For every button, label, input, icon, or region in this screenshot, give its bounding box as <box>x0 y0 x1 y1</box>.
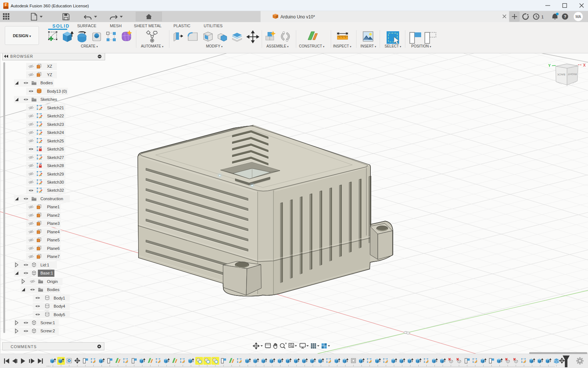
svg-text:Sketch28: Sketch28 <box>47 163 64 168</box>
svg-text:Origin: Origin <box>47 279 58 284</box>
svg-text:Body4: Body4 <box>54 304 65 308</box>
svg-text:Sketch24: Sketch24 <box>47 130 64 135</box>
svg-text:RIGHT: RIGHT <box>567 72 577 76</box>
svg-text:YZ: YZ <box>47 72 52 77</box>
svg-text:Plane7: Plane7 <box>47 254 60 259</box>
svg-text:Bodies: Bodies <box>40 81 53 85</box>
svg-text:BACK: BACK <box>557 73 565 76</box>
svg-text:Sketch30: Sketch30 <box>47 180 64 184</box>
svg-text:Plane1: Plane1 <box>47 205 60 209</box>
svg-text:Base:1: Base:1 <box>40 271 53 275</box>
svg-text:Plane5: Plane5 <box>47 238 60 242</box>
svg-text:Construction: Construction <box>40 197 63 201</box>
svg-text:Screw:1: Screw:1 <box>40 321 55 325</box>
svg-text:Sketch32: Sketch32 <box>47 188 64 192</box>
svg-text:Plane2: Plane2 <box>47 213 60 217</box>
svg-text:Screw:2: Screw:2 <box>40 329 55 333</box>
svg-text:Sketch22: Sketch22 <box>47 114 64 118</box>
svg-text:Body1: Body1 <box>54 296 65 300</box>
svg-text:COMMENTS: COMMENTS <box>11 344 37 349</box>
svg-text:Body13 (0): Body13 (0) <box>47 89 67 93</box>
svg-text:Sketch29: Sketch29 <box>47 172 64 176</box>
svg-text:Lid:1: Lid:1 <box>40 263 49 267</box>
svg-text:Sketch27: Sketch27 <box>47 155 64 160</box>
svg-text:Sketch21: Sketch21 <box>47 106 64 110</box>
svg-text:Bodies: Bodies <box>47 287 60 292</box>
svg-text:Sketch23: Sketch23 <box>47 122 64 127</box>
svg-text:Body5: Body5 <box>54 312 65 317</box>
svg-text:Sketches: Sketches <box>40 97 57 102</box>
svg-text:Sketch25: Sketch25 <box>47 139 64 143</box>
svg-text:BROWSER: BROWSER <box>10 54 33 59</box>
svg-text:Sketch26: Sketch26 <box>47 147 64 151</box>
svg-text:Y: Y <box>548 64 551 68</box>
svg-text:Plane3: Plane3 <box>47 221 60 226</box>
svg-text:Plane4: Plane4 <box>47 230 60 234</box>
svg-text:Plane6: Plane6 <box>47 246 60 251</box>
svg-text:XZ: XZ <box>47 64 52 68</box>
svg-text:X: X <box>583 63 586 67</box>
